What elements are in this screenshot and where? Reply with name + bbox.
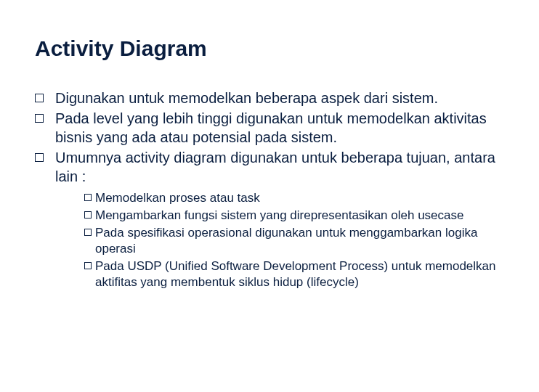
checkbox-icon [84, 262, 92, 269]
list-item: Digunakan untuk memodelkan beberapa aspe… [35, 89, 504, 107]
slide-title: Activity Diagram [35, 36, 504, 61]
checkbox-icon [84, 194, 92, 201]
list-item: Umumnya activity diagram digunakan untuk… [35, 148, 504, 186]
checkbox-icon [84, 229, 92, 236]
main-bullet-list: Digunakan untuk memodelkan beberapa aspe… [35, 89, 504, 186]
checkbox-icon [35, 94, 44, 102]
checkbox-icon [84, 211, 92, 219]
sub-bullet-text: Mengambarkan fungsi sistem yang direpres… [95, 208, 504, 224]
sub-bullet-text: Pada USDP (Unified Software Development … [95, 258, 504, 290]
list-item: Pada level yang lebih tinggi digunakan u… [35, 109, 504, 147]
list-item: Memodelkan proses atau task [84, 190, 504, 206]
list-item: Pada spesifikasi operasional digunakan u… [84, 225, 504, 257]
bullet-text: Digunakan untuk memodelkan beberapa aspe… [55, 89, 504, 107]
sub-bullet-text: Memodelkan proses atau task [95, 190, 504, 206]
sub-bullet-list: Memodelkan proses atau task Mengambarkan… [35, 190, 504, 291]
list-item: Mengambarkan fungsi sistem yang direpres… [84, 208, 504, 224]
checkbox-icon [35, 153, 44, 162]
list-item: Pada USDP (Unified Software Development … [84, 258, 504, 290]
bullet-text: Pada level yang lebih tinggi digunakan u… [55, 109, 504, 147]
checkbox-icon [35, 114, 44, 123]
sub-bullet-text: Pada spesifikasi operasional digunakan u… [95, 225, 504, 257]
bullet-text: Umumnya activity diagram digunakan untuk… [55, 148, 504, 186]
